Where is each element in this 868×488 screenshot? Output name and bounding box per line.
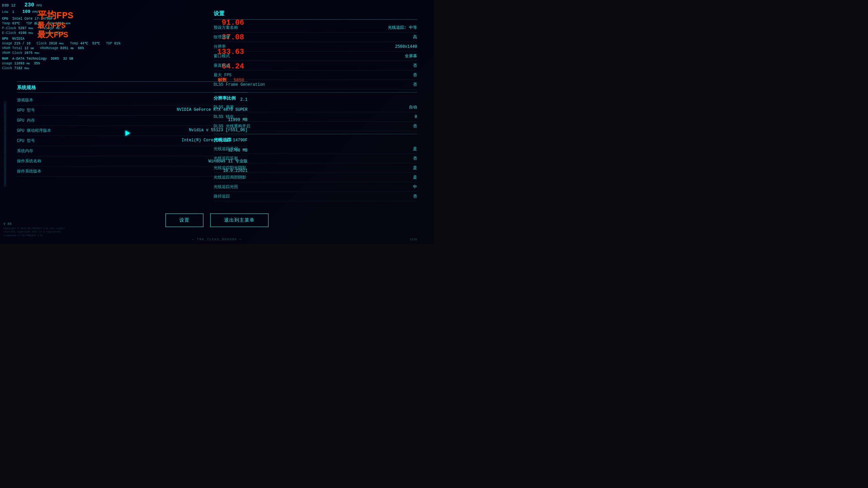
cpu-temp: 63 xyxy=(12,22,16,25)
specs-key: GPU 驱动程序版本 xyxy=(17,128,51,134)
bottom-buttons: 设置 退出到主菜单 xyxy=(165,214,269,227)
settings-rt-title: 光线追踪 xyxy=(214,137,417,143)
settings-key: 预设方案名称 xyxy=(214,25,238,30)
version-label: V 85 xyxy=(3,222,71,227)
cpu-eclock: 4190 xyxy=(18,31,26,35)
settings-button[interactable]: 设置 xyxy=(165,214,203,227)
settings-value: 是 xyxy=(413,146,417,152)
settings-row: DLSS 光线重构开启否 xyxy=(214,122,417,131)
specs-key: CPU 型号 xyxy=(17,138,35,144)
settings-row: 最大 FPS否 xyxy=(214,70,417,80)
low-label: Low xyxy=(2,10,8,14)
gpu-label: GPU xyxy=(2,37,8,41)
d3d-version: 12 xyxy=(11,3,15,7)
ram-pct: 35 xyxy=(34,62,38,65)
gpu-clock: 2910 xyxy=(49,42,57,45)
settings-value: 中 xyxy=(413,184,417,190)
ram-size: 32 GB xyxy=(63,57,73,61)
fps-unit: FPS xyxy=(36,4,42,7)
settings-value: 否 xyxy=(413,72,417,78)
specs-row: GPU 内存11999 MB xyxy=(17,116,248,126)
settings-row: 分辨率2560x1440 xyxy=(214,42,417,52)
bottom-right-text: 1216 xyxy=(410,238,417,241)
vram-pct: 68 xyxy=(78,46,82,50)
d3d-label: D3D xyxy=(2,3,9,7)
gpu-brand: NVIDIA xyxy=(12,37,24,41)
left-bar xyxy=(4,102,6,186)
settings-key: 分辨率 xyxy=(214,44,226,49)
specs-row: 操作系统名称Windows 11 专业版 xyxy=(17,156,248,166)
fps-avg-label: 平均FPS xyxy=(37,10,73,22)
specs-row: 操作系统版本10.0.22621 xyxy=(17,166,248,177)
low-fps: 109 xyxy=(22,9,30,14)
settings-panel: 设置 预设方案名称光线追踪: 中等纹理质量高分辨率2560x1440窗口模式全屏… xyxy=(214,10,417,201)
top-divider xyxy=(17,81,248,82)
settings-key: 垂直同步 xyxy=(214,63,230,68)
specs-key: 系统内存 xyxy=(17,148,33,154)
specs-row: 游戏版本2.1 xyxy=(17,95,248,105)
d3d-fps: 230 xyxy=(24,2,34,8)
settings-value: 光线追踪: 中等 xyxy=(388,25,417,30)
fps-min-label: 最小FPS xyxy=(37,22,73,30)
ram-clock: 7182 xyxy=(14,66,22,70)
specs-title: 系统规格 xyxy=(17,85,248,93)
watermark: — TRK_TLCAS_B09095 — xyxy=(192,238,242,241)
settings-row: 路径追踪否 xyxy=(214,192,417,201)
vram-total: 12 xyxy=(24,46,28,50)
settings-title: 设置 xyxy=(214,10,417,20)
settings-row: 预设方案名称光线追踪: 中等 xyxy=(214,23,417,33)
settings-rt-rows: 光线追踪开启是光线追踪反射否光线追踪阳光阴影是光线追踪局部阴影是光线追踪光照中路… xyxy=(214,144,417,201)
gpu-temp2: 53 xyxy=(92,42,96,45)
specs-section: 系统规格 游戏版本2.1GPU 型号NVIDIA GeForce RTX 407… xyxy=(17,85,248,177)
settings-row: DLSS 锐化0 xyxy=(214,112,417,122)
ram-label: RAM xyxy=(2,57,8,61)
ram-usage: 11693 xyxy=(14,62,24,65)
settings-row: 光线追踪反射否 xyxy=(214,154,417,163)
settings-value: 否 xyxy=(413,156,417,161)
settings-row: 光线追踪光照中 xyxy=(214,182,417,192)
settings-main-rows: 预设方案名称光线追踪: 中等纹理质量高分辨率2560x1440窗口模式全屏幕垂直… xyxy=(214,23,417,89)
cpu-label: CPU xyxy=(2,17,8,21)
version-text: Copyright © 2023 CD PROJEKT S.A. All rig… xyxy=(3,227,71,238)
specs-key: GPU 型号 xyxy=(17,107,35,113)
vram-usage: 8351 xyxy=(60,46,68,50)
settings-row: 光线追踪开启是 xyxy=(214,144,417,154)
cursor xyxy=(125,130,130,136)
specs-key: 游戏版本 xyxy=(17,97,33,103)
low-value: 1 xyxy=(12,10,14,14)
settings-key: 纹理质量 xyxy=(214,34,230,40)
specs-row: 系统内存32768 MB xyxy=(17,146,248,156)
ram-brand: A-DATA Technology xyxy=(12,57,47,61)
settings-row: DLSS Frame Generation否 xyxy=(214,80,417,89)
version-info: V 85 Copyright © 2023 CD PROJEKT S.A. Al… xyxy=(3,222,71,238)
settings-key: 光线追踪光照 xyxy=(214,184,238,190)
settings-key: DLSS 光线重构开启 xyxy=(214,123,250,129)
specs-row: GPU 驱动程序版本Nvidia v 55123 [r551_06] xyxy=(17,126,248,136)
settings-value: 868x488 xyxy=(395,44,417,49)
gpu-temp1: 44 xyxy=(80,42,84,45)
ram-type: DDR5 xyxy=(51,57,59,61)
exit-button[interactable]: 退出到主菜单 xyxy=(210,214,269,227)
specs-key: 操作系统版本 xyxy=(17,168,41,174)
settings-key: 路径追踪 xyxy=(214,194,230,199)
specs-rows: 游戏版本2.1GPU 型号NVIDIA GeForce RTX 4070 SUP… xyxy=(17,95,248,177)
settings-row: 垂直同步否 xyxy=(214,61,417,70)
settings-value: 高 xyxy=(413,34,417,40)
settings-row: DLSS 质量自动 xyxy=(214,103,417,112)
cpu-pclock: 5287 xyxy=(18,26,26,30)
settings-row: 光线追踪阳光阴影是 xyxy=(214,163,417,173)
settings-value: 自动 xyxy=(409,104,417,110)
settings-divider-2 xyxy=(214,134,417,134)
settings-key: 光线追踪反射 xyxy=(214,156,238,161)
settings-value: 全屏幕 xyxy=(405,53,417,59)
settings-key: 光线追踪开启 xyxy=(214,146,238,152)
fps-overlay: 平均FPS 最小FPS 最大FPS xyxy=(37,10,73,40)
settings-ratio-title: 分辨率比例 xyxy=(214,95,417,101)
specs-row: GPU 型号NVIDIA GeForce RTX 4070 SUPER xyxy=(17,105,248,116)
settings-ratio-rows: DLSS 质量自动DLSS 锐化0DLSS 光线重构开启否 xyxy=(214,103,417,131)
vram-clock: 2675 xyxy=(24,51,33,55)
settings-value: 是 xyxy=(413,175,417,180)
specs-key: GPU 内存 xyxy=(17,118,35,123)
settings-divider-1 xyxy=(214,92,417,93)
settings-value: 否 xyxy=(413,82,417,87)
